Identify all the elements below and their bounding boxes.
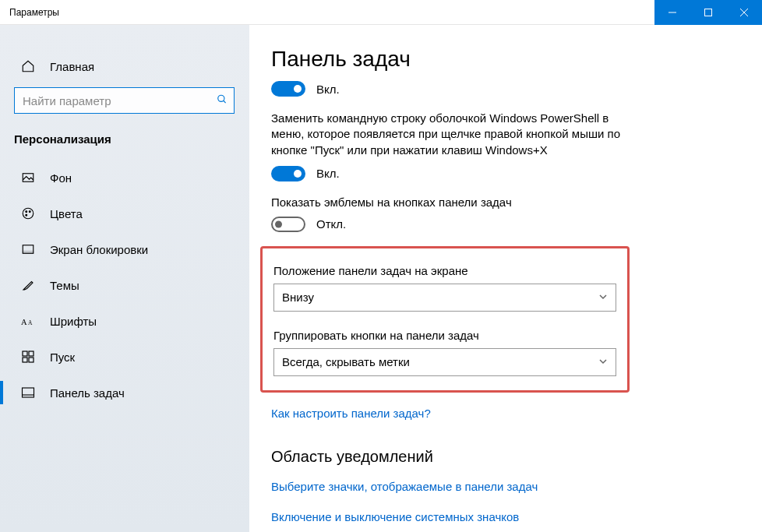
- svg-point-4: [218, 95, 224, 101]
- system-icons-link[interactable]: Включение и выключение системных значков: [271, 510, 731, 523]
- group-label: Группировать кнопки на панели задач: [273, 329, 616, 342]
- position-label: Положение панели задач на экране: [273, 264, 616, 277]
- search-icon: [217, 94, 228, 107]
- svg-rect-16: [29, 351, 34, 356]
- window-controls: [654, 0, 762, 25]
- toggle-state-label: Откл.: [316, 217, 346, 231]
- taskbar-position-dropdown[interactable]: Внизу: [273, 284, 616, 312]
- toggle-taskbar-on[interactable]: [271, 81, 305, 97]
- page-title: Панель задач: [271, 47, 731, 72]
- window-title: Параметры: [0, 7, 654, 18]
- search-input[interactable]: [14, 87, 235, 114]
- toggle-state-label: Вкл.: [316, 83, 340, 96]
- maximize-button[interactable]: [690, 0, 726, 25]
- chevron-down-icon: [598, 291, 608, 304]
- help-link[interactable]: Как настроить панели задач?: [271, 407, 731, 420]
- sidebar-item-lockscreen[interactable]: Экран блокировки: [0, 231, 249, 267]
- dropdown-value: Всегда, скрывать метки: [282, 355, 410, 368]
- sidebar-item-label: Шрифты: [50, 315, 97, 328]
- svg-point-7: [23, 208, 34, 219]
- lockscreen-icon: [20, 241, 36, 257]
- svg-point-9: [29, 211, 30, 213]
- group-buttons-dropdown[interactable]: Всегда, скрывать метки: [273, 348, 616, 376]
- minimize-button[interactable]: [654, 0, 690, 25]
- sidebar-item-colors[interactable]: Цвета: [0, 196, 249, 231]
- svg-rect-1: [705, 9, 712, 16]
- highlighted-settings: Положение панели задач на экране Внизу Г…: [260, 246, 630, 393]
- sidebar-item-label: Фон: [50, 171, 72, 185]
- sidebar-item-label: Пуск: [50, 351, 75, 364]
- svg-point-8: [26, 211, 27, 213]
- toggle-state-label: Вкл.: [316, 167, 340, 180]
- font-icon: AA: [20, 313, 36, 329]
- image-icon: [20, 170, 36, 185]
- select-icons-link[interactable]: Выберите значки, отображаемые в панели з…: [271, 480, 731, 493]
- sidebar-item-background[interactable]: Фон: [0, 160, 249, 196]
- dropdown-value: Внизу: [282, 291, 314, 304]
- svg-rect-18: [29, 358, 34, 362]
- svg-text:A: A: [28, 319, 33, 326]
- titlebar: Параметры: [0, 0, 762, 25]
- svg-line-5: [224, 100, 226, 103]
- svg-rect-17: [23, 358, 27, 362]
- svg-point-10: [26, 214, 27, 216]
- sidebar-item-label: Темы: [50, 279, 79, 292]
- toggle-powershell[interactable]: [271, 166, 305, 181]
- badges-label: Показать эмблемы на кнопках панели задач: [271, 196, 731, 209]
- sidebar-item-fonts[interactable]: AA Шрифты: [0, 303, 249, 339]
- nav-home[interactable]: Главная: [0, 48, 249, 84]
- notification-area-heading: Область уведомлений: [271, 448, 731, 466]
- sidebar-item-label: Панель задач: [50, 386, 125, 400]
- taskbar-icon: [20, 385, 36, 400]
- nav-home-label: Главная: [50, 60, 94, 73]
- main-content: Панель задач Вкл. Заменить командную стр…: [249, 25, 762, 532]
- sidebar-item-label: Цвета: [50, 207, 83, 220]
- chevron-down-icon: [598, 355, 608, 368]
- sidebar-section-title: Персонализация: [0, 128, 249, 160]
- start-icon: [20, 349, 36, 365]
- sidebar-item-start[interactable]: Пуск: [0, 339, 249, 375]
- powershell-description: Заменить командную строку оболочкой Wind…: [271, 111, 637, 158]
- sidebar-item-label: Экран блокировки: [50, 243, 148, 256]
- svg-text:A: A: [21, 318, 27, 326]
- sidebar-item-taskbar[interactable]: Панель задач: [0, 375, 249, 410]
- svg-rect-12: [23, 251, 34, 253]
- toggle-badges[interactable]: [271, 217, 305, 232]
- brush-icon: [20, 277, 36, 293]
- sidebar-item-themes[interactable]: Темы: [0, 267, 249, 303]
- close-button[interactable]: [726, 0, 762, 25]
- home-icon: [20, 58, 36, 74]
- svg-rect-15: [23, 351, 27, 356]
- svg-rect-19: [23, 388, 34, 397]
- palette-icon: [20, 206, 36, 221]
- sidebar: Главная Персонализация Фон Цвета: [0, 25, 249, 532]
- search-field[interactable]: [15, 88, 207, 113]
